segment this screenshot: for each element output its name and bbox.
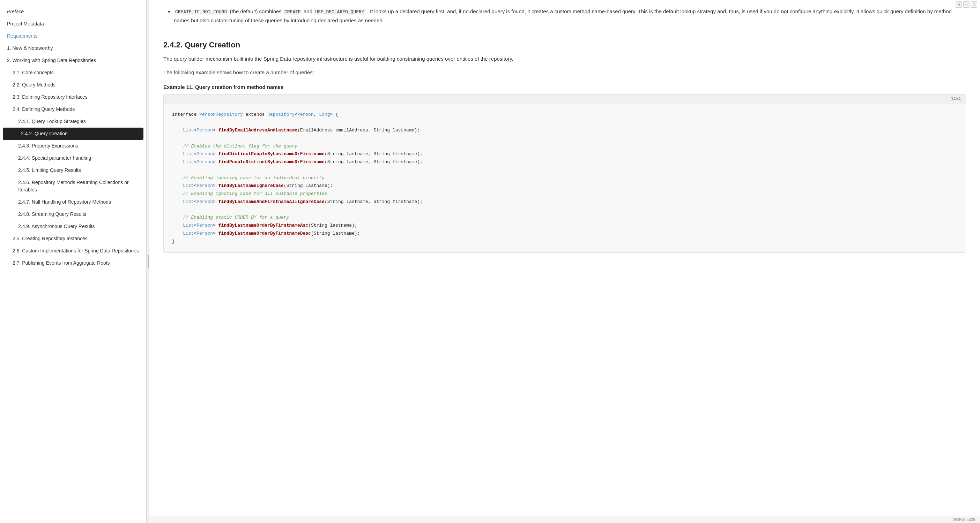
sidebar: PrefaceProject MetadataRequirements1. Ne… [0, 0, 146, 523]
sidebar-item-query-lookup-strategies[interactable]: 2.4.1. Query Lookup Strategies [0, 116, 146, 128]
sidebar-item-core-concepts[interactable]: 2.1. Core concepts [0, 67, 146, 79]
sidebar-item-streaming-query[interactable]: 2.4.8. Streaming Query Results [0, 208, 146, 220]
window-close-button[interactable]: ✕ [956, 2, 962, 8]
code-block-header: JAVA [164, 95, 966, 104]
sidebar-item-query-methods[interactable]: 2.2. Query Methods [0, 79, 146, 91]
sidebar-item-defining-query-methods[interactable]: 2.4. Defining Query Methods [0, 103, 146, 116]
bullet-create-if-not-found: CREATE_IF_NOT_FOUND (the default) combin… [174, 7, 966, 25]
sidebar-item-creating-repo-instances[interactable]: 2.5. Creating Repository Instances [0, 233, 146, 245]
example-label: Example 11. Query creation from method n… [163, 84, 966, 90]
section-heading: 2.4.2. Query Creation [163, 40, 966, 49]
bullet-create-code: CREATE [283, 9, 302, 15]
sidebar-item-requirements[interactable]: Requirements [0, 30, 146, 42]
code-block-wrapper: JAVA interface PersonRepository extends … [163, 94, 966, 253]
sidebar-item-null-handling[interactable]: 2.4.7. Null Handling of Repository Metho… [0, 196, 146, 208]
window-maximize-button[interactable]: □ [971, 2, 977, 8]
sidebar-item-defining-repo-interfaces[interactable]: 2.3. Defining Repository Interfaces [0, 91, 146, 103]
sidebar-item-repo-methods-collections[interactable]: 2.4.6. Repository Methods Returning Coll… [0, 176, 146, 196]
code-lang-label: JAVA [951, 97, 961, 101]
sidebar-item-new-noteworthy[interactable]: 1. New & Noteworthy [0, 42, 146, 54]
bottom-bar: JSON Snot25 [150, 516, 980, 523]
sidebar-item-preface[interactable]: Preface [0, 6, 146, 18]
sidebar-item-publishing-events[interactable]: 2.7. Publishing Events from Aggregate Ro… [0, 257, 146, 269]
bullet-intro-code: CREATE_IF_NOT_FOUND [174, 8, 228, 14]
sidebar-item-limiting-query-results[interactable]: 2.4.5. Limiting Query Results [0, 164, 146, 176]
sidebar-item-special-param-handling[interactable]: 2.4.4. Special parameter handling [0, 152, 146, 164]
sidebar-item-query-creation[interactable]: 2.4.2. Query Creation [3, 128, 143, 140]
bullet-use-declared-code: USE_DECLARED_QUERY [314, 9, 365, 15]
sidebar-item-project-metadata[interactable]: Project Metadata [0, 18, 146, 30]
sidebar-divider[interactable] [146, 0, 150, 523]
sidebar-item-async-query[interactable]: 2.4.9. Asynchronous Query Results [0, 220, 146, 233]
bullet-text2: and [304, 8, 314, 14]
sidebar-item-working-spring-data[interactable]: 2. Working with Spring Data Repositories [0, 54, 146, 67]
top-bullet-section: CREATE_IF_NOT_FOUND (the default) combin… [163, 0, 966, 31]
bullet-text1: (the default) combines [230, 8, 283, 14]
bottom-bar-label: JSON Snot25 [952, 517, 975, 521]
window-chrome: ✕ − □ [953, 0, 980, 9]
section-para-2: The following example shows how to creat… [163, 68, 966, 77]
section-para-1: The query builder mechanism built into t… [163, 54, 966, 63]
main-content: CREATE_IF_NOT_FOUND (the default) combin… [150, 0, 980, 523]
window-minimize-button[interactable]: − [963, 2, 969, 8]
sidebar-item-custom-implementations[interactable]: 2.6. Custom Implementations for Spring D… [0, 245, 146, 257]
sidebar-item-property-expressions[interactable]: 2.4.3. Property Expressions [0, 140, 146, 152]
code-block: interface PersonRepository extends Repos… [164, 104, 966, 253]
